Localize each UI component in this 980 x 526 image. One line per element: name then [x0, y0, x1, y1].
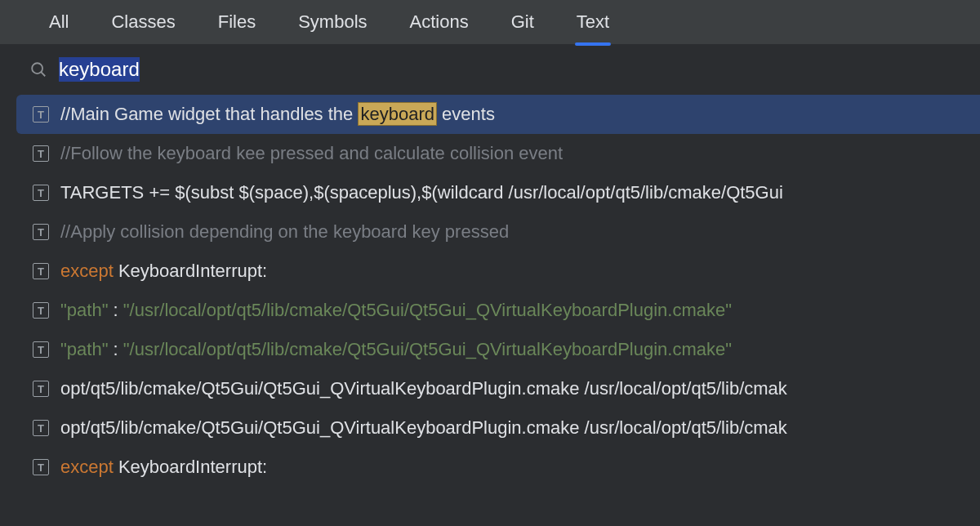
result-text: except KeyboardInterrupt:	[60, 457, 267, 478]
result-row[interactable]: T"path" : "/usr/local/opt/qt5/lib/cmake/…	[0, 291, 980, 330]
text-file-icon: T	[33, 224, 49, 240]
result-row[interactable]: TTARGETS += $(subst $(space),$(spaceplus…	[0, 173, 980, 212]
tab-files[interactable]: Files	[216, 0, 257, 44]
result-row[interactable]: T"path" : "/usr/local/opt/qt5/lib/cmake/…	[0, 330, 980, 369]
tab-all[interactable]: All	[47, 0, 70, 44]
tab-text[interactable]: Text	[575, 0, 611, 44]
result-text: "path" : "/usr/local/opt/qt5/lib/cmake/Q…	[60, 339, 732, 360]
result-row[interactable]: Topt/qt5/lib/cmake/Qt5Gui/Qt5Gui_QVirtua…	[0, 408, 980, 448]
tab-actions[interactable]: Actions	[408, 0, 470, 44]
result-row[interactable]: T//Main Game widget that handles the key…	[16, 95, 980, 134]
svg-point-0	[32, 63, 42, 74]
tab-classes[interactable]: Classes	[109, 0, 176, 44]
result-text: //Apply collision depending on the keybo…	[60, 221, 509, 243]
text-file-icon: T	[33, 185, 49, 201]
tab-git[interactable]: Git	[510, 0, 536, 44]
text-file-icon: T	[33, 381, 49, 397]
text-file-icon: T	[33, 145, 49, 162]
search-icon	[29, 60, 47, 78]
result-row[interactable]: T//Follow the keyboard kee pressed and c…	[0, 134, 980, 173]
results-list: T//Main Game widget that handles the key…	[0, 95, 980, 487]
text-file-icon: T	[33, 106, 49, 123]
result-text: opt/qt5/lib/cmake/Qt5Gui/Qt5Gui_QVirtual…	[60, 378, 787, 399]
result-text: except KeyboardInterrupt:	[60, 261, 267, 282]
search-tabs: AllClassesFilesSymbolsActionsGitText	[0, 0, 980, 44]
search-input[interactable]	[59, 58, 980, 81]
result-text: TARGETS += $(subst $(space),$(spaceplus)…	[60, 182, 783, 203]
text-file-icon: T	[33, 420, 49, 436]
result-text: "path" : "/usr/local/opt/qt5/lib/cmake/Q…	[60, 300, 732, 321]
result-row[interactable]: Texcept KeyboardInterrupt:	[0, 252, 980, 291]
text-file-icon: T	[33, 263, 49, 279]
result-text: //Main Game widget that handles the keyb…	[60, 104, 495, 125]
result-row[interactable]: Topt/qt5/lib/cmake/Qt5Gui/Qt5Gui_QVirtua…	[0, 369, 980, 408]
search-input-wrap: keyboard	[59, 58, 980, 81]
result-text: opt/qt5/lib/cmake/Qt5Gui/Qt5Gui_QVirtual…	[60, 417, 787, 439]
result-text: //Follow the keyboard kee pressed and ca…	[60, 143, 563, 164]
text-file-icon: T	[33, 341, 49, 358]
text-file-icon: T	[33, 459, 49, 475]
svg-line-1	[41, 72, 45, 76]
result-row[interactable]: Texcept KeyboardInterrupt:	[0, 448, 980, 487]
result-row[interactable]: T//Apply collision depending on the keyb…	[0, 212, 980, 252]
search-row: keyboard	[0, 44, 980, 95]
tab-symbols[interactable]: Symbols	[296, 0, 368, 44]
text-file-icon: T	[33, 302, 49, 319]
